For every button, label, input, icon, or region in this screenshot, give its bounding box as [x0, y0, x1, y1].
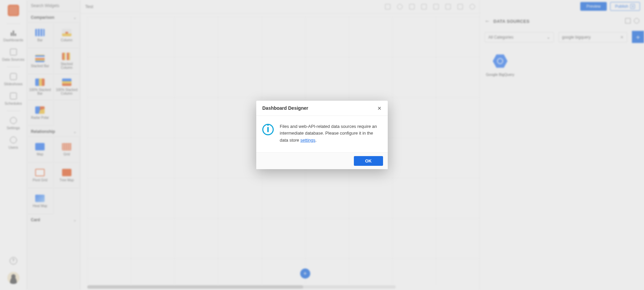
dialog-body: Files and web-API-related data sources r…: [256, 116, 388, 152]
info-icon: [262, 124, 274, 135]
dialog-title: Dashboard Designer: [262, 105, 308, 111]
dialog-message-text: Files and web-API-related data sources r…: [280, 124, 377, 142]
close-icon[interactable]: ✕: [377, 106, 382, 111]
dialog-message: Files and web-API-related data sources r…: [280, 123, 382, 143]
settings-link[interactable]: settings: [300, 138, 315, 143]
dialog-message-post: .: [315, 138, 317, 143]
ok-button[interactable]: OK: [354, 156, 383, 166]
dialog-header: Dashboard Designer ✕: [256, 101, 388, 116]
modal-backdrop[interactable]: Dashboard Designer ✕ Files and web-API-r…: [0, 0, 644, 290]
dialog-footer: OK: [256, 152, 388, 169]
dashboard-designer-dialog: Dashboard Designer ✕ Files and web-API-r…: [256, 101, 388, 169]
